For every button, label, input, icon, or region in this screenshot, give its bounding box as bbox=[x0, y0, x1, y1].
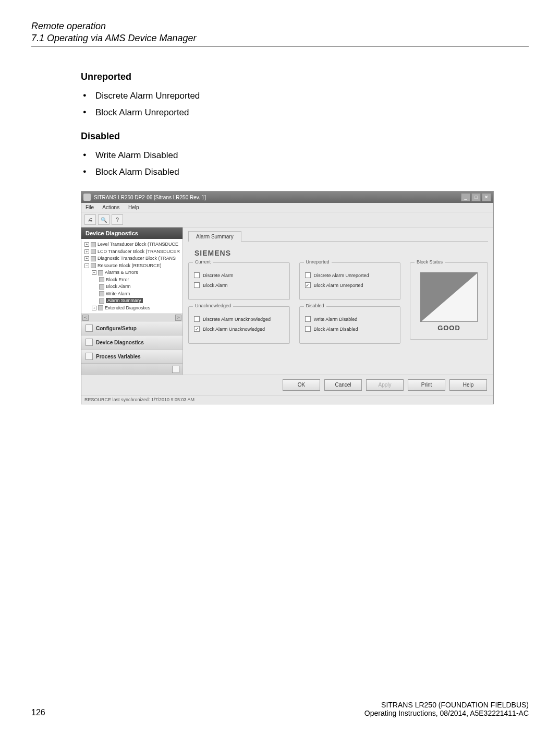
list-item: Block Alarm Unreported bbox=[81, 104, 529, 121]
col-left: Current Discrete Alarm Block Alarm Unack… bbox=[188, 262, 290, 350]
tree-item[interactable]: Block Alarm bbox=[82, 283, 181, 291]
header-subtitle: 7.1 Operating via AMS Device Manager bbox=[31, 33, 529, 44]
list-item: Discrete Alarm Unreported bbox=[81, 88, 529, 104]
folder-icon bbox=[91, 263, 96, 268]
leaf-icon bbox=[99, 277, 104, 282]
maximize-button[interactable]: □ bbox=[471, 193, 481, 201]
checkbox[interactable] bbox=[194, 272, 200, 278]
scroll-left-icon[interactable]: < bbox=[82, 315, 89, 321]
cancel-button[interactable]: Cancel bbox=[324, 379, 362, 391]
page-number: 126 bbox=[31, 708, 45, 717]
diagnostics-icon bbox=[86, 339, 93, 346]
checkbox[interactable] bbox=[194, 316, 200, 322]
group-block-status: Block Status GOOD bbox=[410, 262, 488, 340]
close-button[interactable]: ✕ bbox=[482, 193, 491, 201]
checkbox-row: Block Alarm Disabled bbox=[305, 326, 395, 332]
status-indicator bbox=[420, 272, 478, 322]
checkbox-label: Write Alarm Disabled bbox=[314, 317, 358, 322]
status-triangle bbox=[421, 273, 478, 322]
checkbox[interactable] bbox=[305, 316, 311, 322]
list-item: Block Alarm Disabled bbox=[81, 164, 529, 181]
checkbox-label: Block Alarm Disabled bbox=[314, 327, 358, 332]
group-title: Unreported bbox=[304, 259, 332, 265]
checkbox-label: Discrete Alarm Unacknowledged bbox=[203, 317, 271, 322]
checkbox[interactable] bbox=[305, 326, 311, 332]
header-title: Remote operation bbox=[31, 21, 529, 32]
checkbox-row: Discrete Alarm Unacknowledged bbox=[194, 316, 284, 322]
apply-button[interactable]: Apply bbox=[366, 379, 404, 391]
wrench-icon bbox=[86, 325, 93, 332]
list-unreported: Discrete Alarm Unreported Block Alarm Un… bbox=[81, 88, 529, 122]
tab-row: Alarm Summary bbox=[188, 231, 488, 242]
tree-item[interactable]: Write Alarm bbox=[82, 291, 181, 298]
checkbox[interactable] bbox=[194, 282, 200, 288]
ok-button[interactable]: OK bbox=[283, 379, 320, 391]
header-rule bbox=[31, 46, 529, 46]
list-disabled: Write Alarm Disabled Block Alarm Disable… bbox=[81, 147, 529, 181]
col-middle: Unreported Discrete Alarm Unreported ✓Bl… bbox=[299, 262, 401, 350]
toolbar-print-icon[interactable]: 🖨 bbox=[84, 214, 96, 225]
group-current: Current Discrete Alarm Block Alarm bbox=[188, 262, 290, 300]
checkbox-label: Block Alarm Unreported bbox=[314, 283, 363, 288]
checkbox[interactable] bbox=[305, 272, 311, 278]
checkbox-checked[interactable]: ✓ bbox=[194, 326, 200, 332]
list-item: Write Alarm Disabled bbox=[81, 147, 529, 164]
group-disabled: Disabled Write Alarm Disabled Block Alar… bbox=[299, 306, 401, 344]
checkbox-label: Discrete Alarm Unreported bbox=[314, 273, 369, 278]
folder-icon bbox=[98, 305, 103, 310]
checkbox-row: Write Alarm Disabled bbox=[305, 316, 395, 322]
tree-item[interactable]: +Level Transducer Block (TRANSDUCE bbox=[82, 241, 181, 248]
heading-unreported: Unreported bbox=[81, 71, 529, 82]
app-icon bbox=[83, 194, 91, 201]
checkbox-row: ✓Block Alarm Unreported bbox=[305, 282, 395, 288]
nav-buttons: Configure/Setup Device Diagnostics Proce… bbox=[81, 321, 182, 363]
tree-item[interactable]: +LCD Transducer Block (TRANSDUCER bbox=[82, 248, 181, 256]
leaf-icon bbox=[99, 298, 104, 304]
nav-process-button[interactable]: Process Variables bbox=[81, 349, 182, 363]
fields-row: Current Discrete Alarm Block Alarm Unack… bbox=[188, 262, 488, 350]
footer: 126 SITRANS LR250 (FOUNDATION FIELDBUS) … bbox=[31, 701, 529, 717]
checkbox-label: Discrete Alarm bbox=[203, 273, 234, 278]
menu-actions[interactable]: Actions bbox=[102, 205, 119, 210]
menu-file[interactable]: File bbox=[86, 205, 94, 210]
group-title: Disabled bbox=[304, 303, 326, 308]
print-button[interactable]: Print bbox=[408, 379, 445, 391]
nav-header: Device Diagnostics bbox=[81, 227, 182, 239]
window-body: Device Diagnostics +Level Transducer Blo… bbox=[81, 227, 493, 375]
checkbox-label: Block Alarm bbox=[203, 283, 228, 288]
leaf-icon bbox=[99, 291, 104, 296]
nav-configure-button[interactable]: Configure/Setup bbox=[81, 321, 182, 335]
tree-item[interactable]: +Diagnostic Transducer Block (TRANS bbox=[82, 255, 181, 262]
tree-item[interactable]: −Alarms & Errors bbox=[82, 269, 181, 277]
menu-help[interactable]: Help bbox=[128, 205, 139, 210]
tree-item-selected[interactable]: Alarm Summary bbox=[82, 297, 181, 305]
folder-icon bbox=[91, 249, 96, 254]
minimize-button[interactable]: _ bbox=[461, 193, 470, 201]
main-panel: Alarm Summary SIEMENS Current Discrete A… bbox=[183, 227, 493, 375]
toolbar-help-icon[interactable]: ? bbox=[112, 214, 123, 225]
window-title: SITRANS LR250 DP2-06 [Sitrans LR250 Rev.… bbox=[94, 195, 206, 200]
nav-footer bbox=[81, 363, 182, 375]
scroll-right-icon[interactable]: > bbox=[175, 315, 181, 321]
tree-item[interactable]: −Resource Block (RESOURCE) bbox=[82, 262, 181, 270]
group-unreported: Unreported Discrete Alarm Unreported ✓Bl… bbox=[299, 262, 401, 300]
help-button[interactable]: Help bbox=[449, 379, 487, 391]
tree-scrollbar[interactable]: < > bbox=[81, 314, 182, 321]
group-title: Unacknowledged bbox=[193, 303, 233, 308]
chevron-icon[interactable] bbox=[172, 366, 179, 373]
checkbox-label: Block Alarm Unacknowledged bbox=[203, 327, 265, 332]
footer-product: SITRANS LR250 (FOUNDATION FIELDBUS) bbox=[364, 701, 529, 709]
toolbar-search-icon[interactable]: 🔍 bbox=[98, 214, 109, 225]
folder-icon bbox=[91, 242, 96, 247]
tab-alarm-summary[interactable]: Alarm Summary bbox=[188, 231, 241, 242]
tree-item[interactable]: +Extended Diagnostics bbox=[82, 305, 181, 312]
group-title: Current bbox=[193, 259, 213, 265]
checkbox-row: Discrete Alarm bbox=[194, 272, 284, 278]
nav-diagnostics-button[interactable]: Device Diagnostics bbox=[81, 335, 182, 349]
tree-item[interactable]: Block Error bbox=[82, 277, 181, 284]
col-right: Block Status GOOD bbox=[410, 262, 488, 350]
tree-view[interactable]: +Level Transducer Block (TRANSDUCE +LCD … bbox=[81, 239, 182, 314]
checkbox-checked[interactable]: ✓ bbox=[305, 282, 311, 288]
dialog-buttons: OK Cancel Apply Print Help bbox=[81, 375, 493, 395]
siemens-logo: SIEMENS bbox=[194, 249, 488, 257]
